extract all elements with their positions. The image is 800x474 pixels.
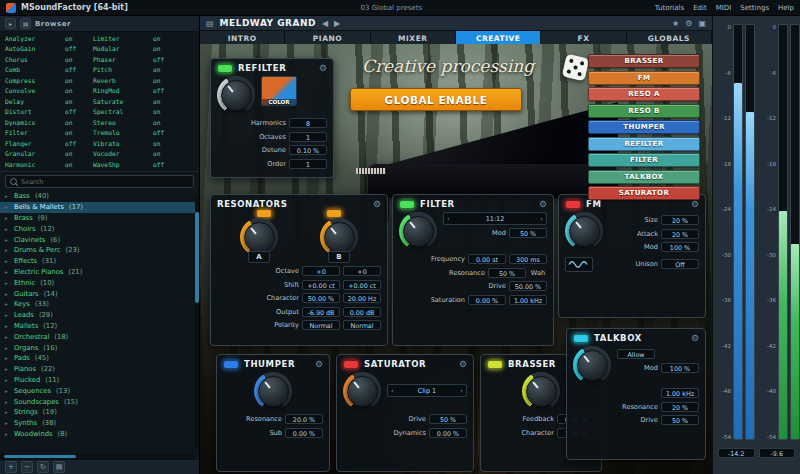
clip-type-dropdown[interactable]: ‹ Clip 1 › xyxy=(387,384,467,397)
sidebar-footer-icon[interactable]: − xyxy=(21,461,33,473)
tree-item[interactable]: Plucked (11) xyxy=(0,375,199,386)
tree-item[interactable]: Effects (31) xyxy=(0,256,199,267)
tree-item[interactable]: Woodwinds (8) xyxy=(0,429,199,440)
module-list-row[interactable]: AutoGain off Modular on xyxy=(0,44,199,55)
talkbox-freq-value[interactable]: 1.00 kHz xyxy=(661,388,699,398)
module-list-row[interactable]: Dynamics on Stereo on xyxy=(0,117,199,128)
list-icon[interactable]: ▤ xyxy=(20,18,31,29)
tree-item[interactable]: Choirs (12) xyxy=(0,223,199,234)
output-meter-bar-l[interactable] xyxy=(778,24,788,440)
tree-scrollbar[interactable] xyxy=(195,197,199,449)
module-list-row[interactable]: Delay on Saturate on xyxy=(0,96,199,107)
shift-b-value[interactable]: +0.00 ct xyxy=(343,280,381,290)
detune-value[interactable]: 0.10 % xyxy=(289,145,327,155)
gear-icon[interactable]: ⚙ xyxy=(691,333,699,343)
module-toggle-button[interactable]: THUMPER xyxy=(588,120,700,134)
harmonics-value[interactable]: 8 xyxy=(289,118,327,128)
next-preset-button[interactable]: ▶ xyxy=(334,19,340,28)
module-list-row[interactable]: Flanger off Vibrato on xyxy=(0,138,199,149)
tree-item[interactable]: Clavinets (6) xyxy=(0,234,199,245)
output-meter-bar-r[interactable] xyxy=(790,24,800,440)
tree-item[interactable]: Mallets (12) xyxy=(0,321,199,332)
settings-icon[interactable]: ⚙ xyxy=(685,19,692,28)
thumper-knob[interactable] xyxy=(254,372,292,410)
brasser-knob[interactable] xyxy=(522,372,560,410)
fm-mod-value[interactable]: 100 % xyxy=(661,242,699,252)
module-list-row[interactable]: Harmonic on WaveShp off xyxy=(0,159,199,170)
module-toggle-button[interactable]: TALKBOX xyxy=(588,170,700,184)
module-list-row[interactable]: Comb off Pitch on xyxy=(0,65,199,76)
resonator-b-led[interactable] xyxy=(326,209,342,218)
tree-item[interactable]: Keys (33) xyxy=(0,299,199,310)
output-b-value[interactable]: 0.00 dB xyxy=(343,307,381,317)
tab[interactable]: PIANO xyxy=(285,31,370,45)
titlebar-menu-item[interactable]: Settings xyxy=(740,4,769,12)
tab[interactable]: INTRO xyxy=(200,31,285,45)
gear-icon[interactable]: ⚙ xyxy=(319,63,327,73)
tree-item[interactable]: Guitars (14) xyxy=(0,288,199,299)
color-button[interactable]: COLOR xyxy=(261,76,297,106)
filter-knob[interactable] xyxy=(399,212,437,250)
saturator-dynamics-value[interactable]: 0.00 % xyxy=(429,428,467,438)
resonance-value[interactable]: 50 % xyxy=(488,268,526,278)
fm-knob[interactable] xyxy=(565,212,603,250)
fm-attack-value[interactable]: 20 % xyxy=(661,229,699,239)
fm-size-value[interactable]: 20 % xyxy=(661,215,699,225)
meter-bar-r[interactable] xyxy=(745,24,755,440)
talkbox-knob[interactable] xyxy=(573,346,611,384)
saturator-led[interactable] xyxy=(343,360,359,369)
order-value[interactable]: 1 xyxy=(289,159,327,169)
titlebar-menu-item[interactable]: MIDI xyxy=(716,4,732,12)
brasser-led[interactable] xyxy=(487,360,503,369)
module-list-row[interactable]: Distort off Spectral on xyxy=(0,107,199,118)
tree-item[interactable]: Pads (45) xyxy=(0,353,199,364)
refilter-led[interactable] xyxy=(217,64,233,73)
tree-item[interactable]: Brass (9) xyxy=(0,213,199,224)
thumper-resonance-value[interactable]: 20.0 % xyxy=(285,414,323,424)
saturation-value[interactable]: 0.00 % xyxy=(468,295,506,305)
octave-b-value[interactable]: +0 xyxy=(343,266,381,276)
gear-icon[interactable]: ⚙ xyxy=(539,199,547,209)
talkbox-drive-value[interactable]: 50 % xyxy=(661,415,699,425)
module-toggle-button[interactable]: RESO A xyxy=(588,87,700,101)
tree-item[interactable]: Bass (40) xyxy=(0,191,199,202)
tree-item[interactable]: Soundscapes (15) xyxy=(0,396,199,407)
maximize-icon[interactable]: ▣ xyxy=(698,19,706,28)
dropdown-next-icon[interactable]: › xyxy=(540,215,543,223)
module-list-row[interactable]: Filter on Tremolo off xyxy=(0,128,199,139)
module-list-row[interactable]: Analyzer on Limiter on xyxy=(0,33,199,44)
global-enable-button[interactable]: GLOBAL ENABLE xyxy=(350,88,522,111)
tree-item[interactable]: Bells & Mallets (17) xyxy=(0,202,199,213)
unison-value[interactable]: Off xyxy=(661,259,699,269)
talkbox-led[interactable] xyxy=(573,334,589,343)
polarity-a-value[interactable]: Normal xyxy=(302,320,340,330)
tab[interactable]: CREATIVE xyxy=(456,31,541,45)
sidebar-footer-icon[interactable]: ▤ xyxy=(53,461,65,473)
tree-item[interactable]: Electric Pianos (21) xyxy=(0,267,199,278)
tree-scrollbar-thumb[interactable] xyxy=(195,212,199,303)
tree-item[interactable]: Organs (16) xyxy=(0,342,199,353)
octave-a-value[interactable]: +0 xyxy=(302,266,340,276)
titlebar-menu-item[interactable]: Help xyxy=(778,4,794,12)
module-toggle-button[interactable]: FM xyxy=(588,71,700,85)
dropdown-prev-icon[interactable]: ‹ xyxy=(391,387,394,395)
dropdown-next-icon[interactable]: › xyxy=(460,387,463,395)
dropdown-prev-icon[interactable]: ‹ xyxy=(447,215,450,223)
output-a-value[interactable]: -6.90 dB xyxy=(302,307,340,317)
resonator-a-led[interactable] xyxy=(256,209,272,218)
titlebar-menu-item[interactable]: Edit xyxy=(693,4,707,12)
meter-readout-right[interactable]: -9.6 xyxy=(759,448,796,458)
tree-item[interactable]: Ethnic (10) xyxy=(0,277,199,288)
filter-led[interactable] xyxy=(399,200,415,209)
frequency-mod-value[interactable]: 300 ms xyxy=(509,254,547,264)
module-list-row[interactable]: Compress on Reverb on xyxy=(0,75,199,86)
tree-item[interactable]: Leads (29) xyxy=(0,310,199,321)
prev-preset-button[interactable]: ◀ xyxy=(322,19,328,28)
tab[interactable]: MIXER xyxy=(371,31,456,45)
tree-item[interactable]: Orchestral (18) xyxy=(0,331,199,342)
sidebar-footer-icon[interactable]: ↻ xyxy=(37,461,49,473)
refilter-knob[interactable] xyxy=(217,76,255,114)
meter-bar-l[interactable] xyxy=(733,24,743,440)
fm-led[interactable] xyxy=(565,200,581,209)
favorite-icon[interactable]: ★ xyxy=(672,19,679,28)
